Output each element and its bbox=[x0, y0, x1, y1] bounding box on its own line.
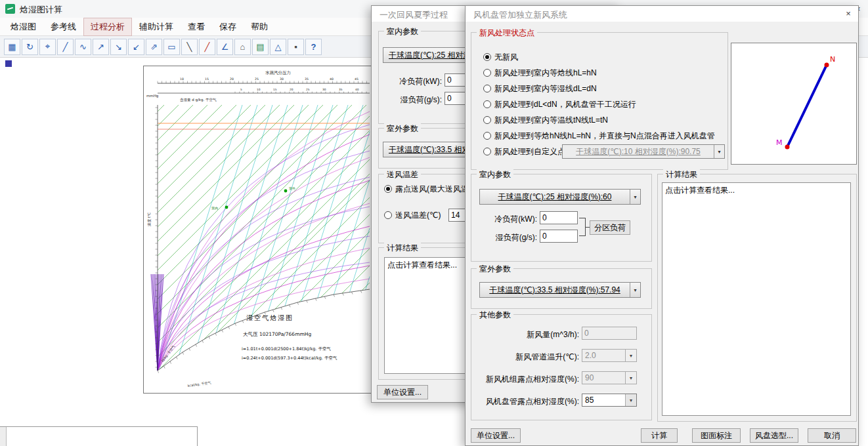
toolbar-angle-button[interactable]: ∠ bbox=[217, 39, 233, 55]
triangle-icon: △ bbox=[275, 42, 282, 52]
ahu-dew-rh-label: 新风机组露点相对湿度(%): bbox=[477, 374, 579, 385]
dialog1-indoor-label: 室内参数 bbox=[384, 26, 421, 37]
fresh-volume-input[interactable] bbox=[582, 327, 637, 340]
toolbar-refresh-button[interactable]: ↻ bbox=[22, 39, 38, 55]
toolbar-triangle-button[interactable]: △ bbox=[270, 39, 286, 55]
menu-reference-lines[interactable]: 参考线 bbox=[44, 18, 83, 35]
other-params-group: 其他参数 新风量(m^3/h): 新风管道温升(℃): 2.0 ▾ 新风机组露点… bbox=[471, 314, 652, 420]
process-ne-icon: ↗ bbox=[97, 42, 104, 52]
toolbar-grid-chart-button[interactable]: ▦ bbox=[4, 39, 20, 55]
n-point-label: N bbox=[830, 55, 835, 64]
dropdown-icon: ▾ bbox=[630, 190, 640, 204]
dialog-fcu-fresh-air: 风机盘管加独立新风系统 × 新风处理状态点 无新风 新风处理到室内等焓线hL=h… bbox=[465, 5, 859, 446]
menu-psychrometric[interactable]: 焓湿图 bbox=[4, 18, 43, 35]
toolbar-process-sw-button[interactable]: ↙ bbox=[128, 39, 144, 55]
dialog1-dt-radio[interactable]: 送风温差(℃) bbox=[384, 210, 441, 220]
fcu-dew-rh-label: 风机盘管露点相对湿度(%): bbox=[477, 396, 579, 407]
dialog1-supply-label: 送风温差 bbox=[384, 169, 421, 180]
toolbar-zoom-button[interactable]: ⌖ bbox=[39, 39, 56, 55]
dialog2-result-box[interactable]: 点击计算查看结果... bbox=[662, 182, 851, 416]
toolbar-process-se-button[interactable]: ↘ bbox=[110, 39, 127, 55]
fcu-selection-button[interactable]: 风盘选型... bbox=[750, 428, 798, 443]
menu-process-analysis[interactable]: 过程分析 bbox=[84, 18, 131, 35]
radio-label: 新风处理到等焓hN线hL=hN，并直接与N点混合再进入风机盘管 bbox=[494, 131, 715, 142]
svg-text:5: 5 bbox=[240, 88, 242, 91]
svg-text:25: 25 bbox=[255, 77, 259, 81]
dialog2-outdoor-group: 室外参数 干球温度(℃):33.5 相对湿度(%):57.94 ▾ bbox=[471, 268, 652, 309]
svg-text:30: 30 bbox=[280, 77, 284, 81]
help-icon: ? bbox=[311, 42, 316, 52]
dialog2-indoor-temp-button[interactable]: 干球温度(℃):25 相对湿度(%):60 ▾ bbox=[479, 189, 641, 205]
toolbar-line3-button[interactable]: ╱ bbox=[199, 39, 215, 55]
toolbar-room-button[interactable]: ⌂ bbox=[234, 39, 251, 55]
radio-dry-condition[interactable]: 新风处理到dL<dN，风机盘管干工况运行 bbox=[483, 99, 636, 110]
dialog2-cooling-input[interactable] bbox=[540, 211, 578, 224]
m-point bbox=[785, 145, 790, 150]
radio-iso-moisture[interactable]: 新风处理到室内等湿线dL=dN bbox=[483, 83, 597, 94]
radio-no-fresh-air[interactable]: 无新风 bbox=[483, 52, 518, 62]
menu-save[interactable]: 保存 bbox=[213, 18, 243, 35]
svg-text:40: 40 bbox=[330, 77, 334, 81]
dropdown-icon: ▾ bbox=[630, 283, 640, 297]
ahu-dew-rh-value: 90 bbox=[582, 372, 625, 384]
toolbar-line-button[interactable]: ╱ bbox=[57, 39, 74, 55]
svg-text:10: 10 bbox=[257, 88, 261, 91]
svg-text:15: 15 bbox=[273, 88, 277, 91]
toolbar-notes-button[interactable]: ▤ bbox=[252, 39, 269, 55]
pressure-note: 大气压 102170Pa/766mmHg bbox=[243, 331, 311, 337]
toolbar-rectangle-button[interactable]: ▭ bbox=[163, 39, 180, 55]
radio-circle-icon bbox=[384, 211, 392, 219]
dialog2-titlebar: 风机盘管加独立新风系统 × bbox=[466, 6, 858, 22]
dialog2-indoor-group: 室内参数 干球温度(℃):25 相对湿度(%):60 ▾ 冷负荷(kW): 湿负… bbox=[471, 174, 652, 262]
statusbar-corner-box bbox=[0, 427, 7, 446]
dialog2-unit-settings-button[interactable]: 单位设置... bbox=[471, 428, 521, 443]
duct-rise-label: 新风管道温升(℃): bbox=[477, 352, 579, 363]
toolbar-help-button[interactable]: ? bbox=[305, 39, 322, 55]
duct-rise-combo[interactable]: 2.0 ▾ bbox=[582, 349, 637, 362]
dialog1-dt-text: 送风温差(℃) bbox=[395, 210, 441, 221]
radio-mix-before-fcu[interactable]: 新风处理到等焓hN线hL=hN，并直接与N点混合再进入风机盘管 bbox=[483, 131, 715, 141]
dialog1-unit-settings-button[interactable]: 单位设置... bbox=[377, 385, 428, 399]
dropdown-icon: ▾ bbox=[625, 350, 636, 361]
menu-view[interactable]: 查看 bbox=[181, 18, 211, 35]
radio-iso-temperature[interactable]: 新风处理到室内等温线tN线tL=tN bbox=[483, 115, 608, 125]
toolbar-marker-button[interactable]: ▪ bbox=[288, 39, 304, 55]
svg-text:45: 45 bbox=[355, 77, 358, 81]
dialog2-moisture-input[interactable] bbox=[540, 230, 578, 243]
radio-custom-point[interactable]: 新风处理到自定义点 bbox=[483, 146, 565, 157]
indoor-state-point bbox=[225, 206, 228, 209]
toolbar-line2-button[interactable]: ╲ bbox=[181, 39, 198, 55]
dialog2-close-icon[interactable]: × bbox=[841, 8, 856, 20]
calculate-button[interactable]: 计算 bbox=[641, 428, 678, 443]
dropdown-icon: ▾ bbox=[625, 372, 636, 384]
zone-load-button[interactable]: 分区负荷 bbox=[590, 220, 630, 235]
line-tool-icon: ╱ bbox=[63, 42, 68, 52]
app-title: 焓湿图计算 bbox=[20, 4, 62, 16]
process-line bbox=[787, 65, 827, 147]
toolbar-process-ne-button[interactable]: ↗ bbox=[93, 39, 109, 55]
radio-iso-enthalpy[interactable]: 新风处理到室内等焓线hL=hN bbox=[483, 68, 597, 78]
line3-tool-icon: ╱ bbox=[205, 42, 210, 52]
fresh-volume-label: 新风量(m^3/h): bbox=[477, 329, 579, 340]
toolbar-curve-button[interactable]: ∿ bbox=[75, 39, 91, 55]
radio-circle-icon bbox=[483, 148, 491, 155]
radio-label: 新风处理到室内等湿线dL=dN bbox=[494, 83, 597, 94]
menu-aux-calc[interactable]: 辅助计算 bbox=[133, 18, 180, 35]
custom-point-button[interactable]: 干球温度(℃):10 相对湿度(%):90.75 ▾ bbox=[562, 144, 725, 159]
toolbar-process-arrow-button[interactable]: ⇗ bbox=[146, 39, 162, 55]
fcu-dew-rh-value: 85 bbox=[582, 394, 625, 406]
cancel-button[interactable]: 取消 bbox=[808, 428, 856, 443]
dropdown-icon: ▾ bbox=[625, 394, 636, 406]
menu-help[interactable]: 帮助 bbox=[244, 18, 274, 35]
svg-text:10: 10 bbox=[180, 77, 184, 81]
svg-text:25: 25 bbox=[306, 88, 310, 91]
fcu-dew-rh-combo[interactable]: 85 ▾ bbox=[582, 394, 637, 407]
dialog2-outdoor-temp-button[interactable]: 干球温度(℃):33.5 相对湿度(%):57.94 ▾ bbox=[479, 282, 641, 298]
dialog1-cooling-label: 冷负荷(kW): bbox=[379, 76, 442, 87]
refresh-icon: ↻ bbox=[26, 42, 33, 52]
annotate-button[interactable]: 图面标注 bbox=[692, 428, 741, 443]
svg-text:15: 15 bbox=[205, 77, 209, 81]
radio-label: 新风处理到dL<dN，风机盘管干工况运行 bbox=[494, 99, 636, 110]
radio-circle-icon bbox=[384, 185, 392, 193]
ahu-dew-rh-combo[interactable]: 90 ▾ bbox=[582, 371, 637, 384]
